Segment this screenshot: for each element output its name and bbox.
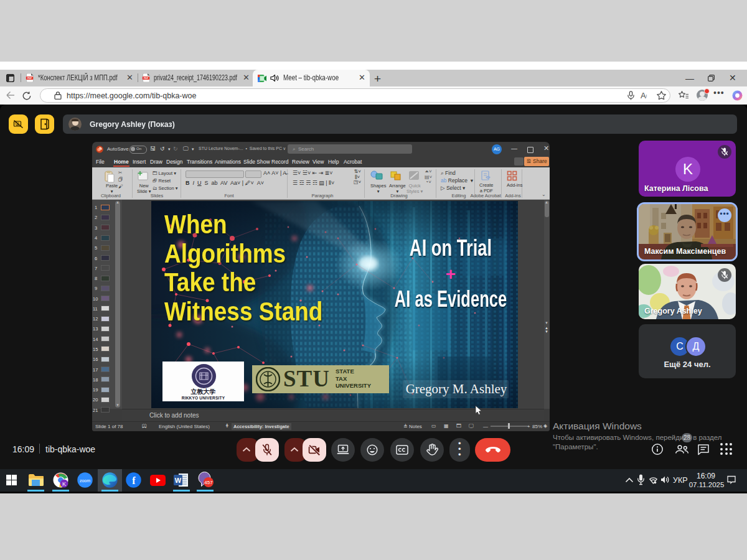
svg-text:f: f — [132, 475, 136, 486]
svg-text:PDF: PDF — [27, 77, 32, 80]
svg-text:457: 457 — [204, 480, 213, 485]
svg-text:PDF: PDF — [144, 77, 149, 80]
svg-text:zoom: zoom — [80, 478, 90, 483]
svg-text:W: W — [175, 477, 182, 484]
svg-text:K: K — [62, 481, 66, 487]
